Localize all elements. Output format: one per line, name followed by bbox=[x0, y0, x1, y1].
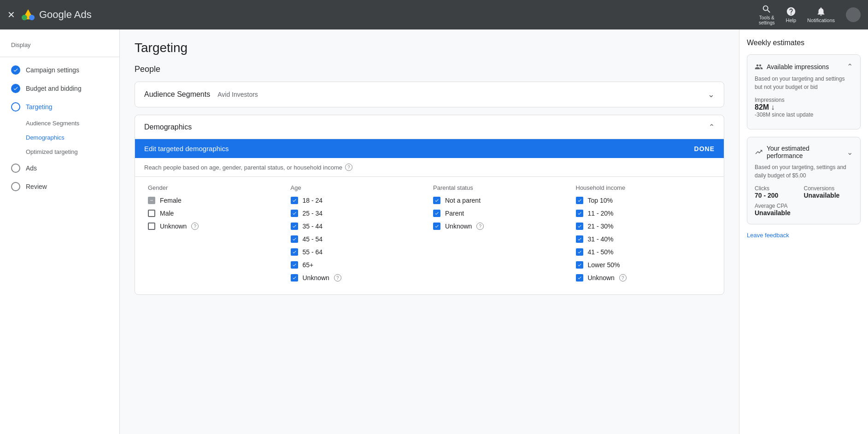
age-45-54-item[interactable]: 45 - 54 bbox=[291, 235, 426, 243]
topbar-right: Tools & settings Help Notifications bbox=[755, 2, 861, 27]
demographics-help-icon[interactable]: ? bbox=[345, 164, 352, 171]
41-50-checkbox bbox=[576, 248, 583, 256]
logo-icon bbox=[21, 7, 35, 22]
age-55-64-item[interactable]: 55 - 64 bbox=[291, 248, 426, 256]
31-40-item[interactable]: 31 - 40% bbox=[576, 235, 711, 243]
audience-segments-title: Audience Segments bbox=[144, 90, 210, 99]
age-35-44-item[interactable]: 35 - 44 bbox=[291, 223, 426, 230]
sidebar-item-review[interactable]: Review bbox=[0, 177, 119, 196]
audience-segments-card-header[interactable]: Audience Segments Avid Investors ⌄ bbox=[135, 82, 724, 107]
age-unknown-help-icon[interactable]: ? bbox=[334, 274, 341, 282]
income-unknown-item[interactable]: Unknown ? bbox=[576, 274, 711, 282]
sidebar-sub-optimized-targeting[interactable]: Optimized targeting bbox=[0, 145, 119, 159]
performance-section: Your estimated performance ⌄ Based on yo… bbox=[747, 137, 861, 224]
app-layout: Display Campaign settings Budget and bid… bbox=[0, 29, 868, 434]
demographics-sub-label: Demographics bbox=[26, 134, 65, 141]
check-icon-15 bbox=[577, 250, 582, 254]
sidebar-sub-demographics[interactable]: Demographics bbox=[0, 130, 119, 145]
sidebar-item-campaign-settings[interactable]: Campaign settings bbox=[0, 61, 119, 79]
campaign-settings-check bbox=[11, 65, 20, 75]
help-button[interactable]: Help bbox=[782, 5, 800, 25]
check-icon-3 bbox=[292, 224, 297, 229]
avatar[interactable] bbox=[846, 7, 861, 22]
age-65plus-item[interactable]: 65+ bbox=[291, 261, 426, 269]
age-18-24-item[interactable]: 18 - 24 bbox=[291, 197, 426, 204]
not-a-parent-label: Not a parent bbox=[445, 197, 481, 204]
parental-unknown-help-icon[interactable]: ? bbox=[476, 223, 484, 230]
11-20-item[interactable]: 11 - 20% bbox=[576, 210, 711, 217]
sidebar-sub-audience-segments[interactable]: Audience Segments bbox=[0, 116, 119, 130]
household-income-header: Household income bbox=[576, 184, 711, 191]
age-18-24-label: 18 - 24 bbox=[303, 197, 323, 204]
budget-bidding-label: Budget and bidding bbox=[26, 85, 82, 92]
11-20-checkbox bbox=[576, 210, 583, 217]
weekly-estimates-title: Weekly estimates bbox=[747, 39, 861, 47]
parental-status-column: Parental status Not a parent Parent bbox=[429, 184, 572, 287]
gender-male-item[interactable]: Male bbox=[148, 210, 283, 217]
leave-feedback-link[interactable]: Leave feedback bbox=[747, 232, 861, 239]
lower-50-item[interactable]: Lower 50% bbox=[576, 261, 711, 269]
41-50-item[interactable]: 41 - 50% bbox=[576, 248, 711, 256]
gender-unknown-item[interactable]: Unknown ? bbox=[148, 223, 283, 230]
app-logo: Google Ads bbox=[21, 7, 92, 22]
notifications-button[interactable]: Notifications bbox=[803, 5, 839, 25]
female-checkbox-partial bbox=[148, 197, 155, 204]
impressions-label: Impressions bbox=[755, 97, 853, 103]
sidebar-section-display: Display bbox=[0, 37, 119, 53]
top-10-item[interactable]: Top 10% bbox=[576, 197, 711, 204]
clicks-label: Clicks bbox=[755, 185, 804, 192]
income-unknown-help-icon[interactable]: ? bbox=[619, 274, 627, 282]
demographics-card-header: Demographics ⌃ bbox=[135, 115, 724, 139]
gender-header: Gender bbox=[148, 184, 283, 191]
age-18-24-checkbox bbox=[291, 197, 298, 204]
male-label: Male bbox=[160, 210, 174, 217]
svg-point-1 bbox=[29, 15, 35, 20]
edit-targeted-demographics-label: Edit targeted demographics bbox=[144, 145, 229, 152]
page-title: Targeting bbox=[135, 41, 724, 55]
performance-expand-button[interactable]: ⌄ bbox=[847, 148, 853, 157]
performance-section-header: Your estimated performance ⌄ bbox=[755, 145, 853, 159]
help-icon bbox=[786, 6, 796, 17]
age-unknown-item[interactable]: Unknown ? bbox=[291, 274, 426, 282]
main-content: Targeting People Audience Segments Avid … bbox=[120, 29, 739, 434]
close-button[interactable]: ✕ bbox=[7, 9, 15, 20]
check-icon-5 bbox=[292, 250, 297, 254]
minus-icon bbox=[149, 198, 154, 203]
sidebar-item-budget-bidding[interactable]: Budget and bidding bbox=[0, 79, 119, 98]
parent-item[interactable]: Parent bbox=[433, 210, 569, 217]
checkmark-icon-2 bbox=[13, 86, 18, 91]
check-icon-11 bbox=[577, 198, 582, 203]
sidebar-item-targeting[interactable]: Targeting bbox=[0, 98, 119, 116]
impressions-collapse-button[interactable]: ⌃ bbox=[847, 62, 853, 71]
impressions-description: Based on your targeting and settings but… bbox=[755, 75, 853, 91]
gender-female-item[interactable]: Female bbox=[148, 197, 283, 204]
sidebar: Display Campaign settings Budget and bid… bbox=[0, 29, 120, 434]
parental-unknown-item[interactable]: Unknown ? bbox=[433, 223, 569, 230]
tools-settings-button[interactable]: Tools & settings bbox=[755, 2, 778, 27]
demographics-description: Reach people based on age, gender, paren… bbox=[135, 158, 724, 177]
audience-segments-header-left: Audience Segments Avid Investors bbox=[144, 90, 258, 99]
age-unknown-checkbox bbox=[291, 274, 298, 282]
age-unknown-label: Unknown bbox=[303, 274, 329, 282]
avg-cpa-value: Unavailable bbox=[755, 209, 853, 217]
sidebar-item-ads[interactable]: Ads bbox=[0, 159, 119, 177]
conversions-label: Conversions bbox=[804, 185, 853, 192]
notifications-label: Notifications bbox=[807, 18, 835, 23]
topbar: ✕ Google Ads Tools & settings Help Notif… bbox=[0, 0, 868, 29]
age-column: Age 18 - 24 25 - 34 bbox=[287, 184, 430, 287]
ads-label: Ads bbox=[26, 164, 37, 172]
check-icon-13 bbox=[577, 224, 582, 229]
age-header: Age bbox=[291, 184, 426, 191]
21-30-item[interactable]: 21 - 30% bbox=[576, 223, 711, 230]
gender-unknown-help-icon[interactable]: ? bbox=[191, 223, 199, 230]
income-unknown-label: Unknown bbox=[588, 274, 615, 282]
demographics-collapse-button[interactable]: ⌃ bbox=[709, 123, 715, 131]
21-30-label: 21 - 30% bbox=[588, 223, 614, 230]
done-button[interactable]: DONE bbox=[694, 145, 715, 152]
review-circle bbox=[11, 182, 20, 191]
age-25-34-item[interactable]: 25 - 34 bbox=[291, 210, 426, 217]
age-55-64-label: 55 - 64 bbox=[303, 248, 323, 256]
parent-label: Parent bbox=[445, 210, 464, 217]
not-a-parent-item[interactable]: Not a parent bbox=[433, 197, 569, 204]
demographics-title: Demographics bbox=[144, 123, 192, 131]
